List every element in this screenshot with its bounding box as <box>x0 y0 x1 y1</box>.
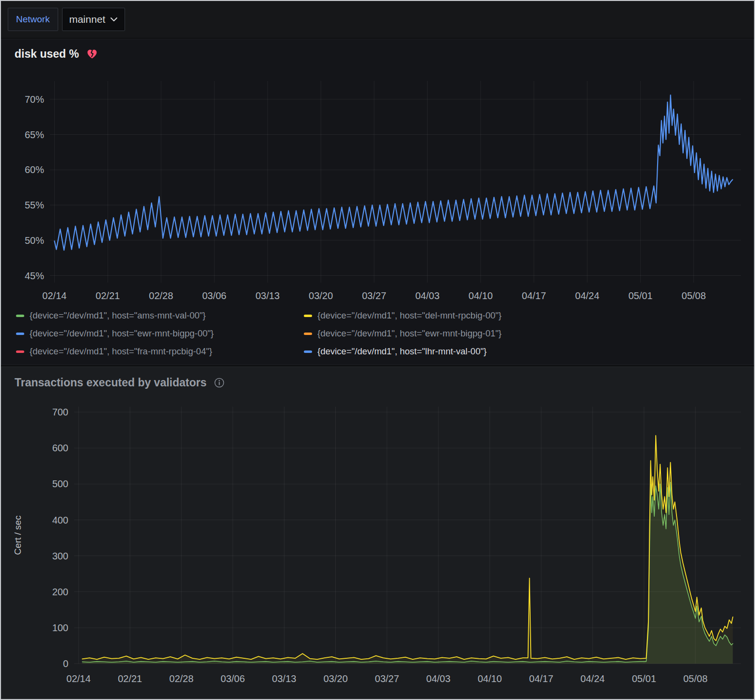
legend-item-lhr-mnt-val-00[interactable]: {device="/dev/md1", host="lhr-mnt-val-00… <box>304 346 749 357</box>
svg-text:04/10: 04/10 <box>469 290 493 301</box>
svg-text:500: 500 <box>52 478 68 489</box>
variables-bar: Network mainnet <box>1 1 754 38</box>
legend-item-ams-mnt-val-00[interactable]: {device="/dev/md1", host="ams-mnt-val-00… <box>16 310 304 321</box>
svg-text:05/08: 05/08 <box>683 673 708 684</box>
svg-text:03/13: 03/13 <box>272 673 296 684</box>
legend-label: {device="/dev/md1", host="lhr-mnt-val-00… <box>317 346 487 357</box>
legend-item-ewr-mnt-bigpg-00[interactable]: {device="/dev/md1", host="ewr-mnt-bigpg-… <box>16 328 304 339</box>
svg-text:55%: 55% <box>25 200 44 210</box>
legend-item-del-mnt-rpcbig-00[interactable]: {device="/dev/md1", host="del-mnt-rpcbig… <box>304 310 749 321</box>
svg-text:02/14: 02/14 <box>66 673 91 684</box>
series-color-swatch <box>16 315 24 317</box>
svg-text:04/17: 04/17 <box>522 290 546 301</box>
svg-text:05/08: 05/08 <box>682 290 706 301</box>
svg-text:60%: 60% <box>25 164 44 175</box>
svg-text:04/10: 04/10 <box>478 673 502 684</box>
svg-text:03/06: 03/06 <box>220 673 245 684</box>
svg-text:02/21: 02/21 <box>95 290 120 301</box>
svg-text:100: 100 <box>52 622 68 633</box>
svg-text:03/20: 03/20 <box>309 290 333 301</box>
dashboard-page: Network mainnet disk used % 45%50%55%60%… <box>0 0 755 700</box>
svg-text:02/28: 02/28 <box>169 673 193 684</box>
svg-text:Cert / sec: Cert / sec <box>13 515 23 555</box>
disk-used-chart[interactable]: 45%50%55%60%65%70%02/1402/2102/2803/0603… <box>1 64 755 308</box>
panel-disk-header: disk used % <box>1 44 754 64</box>
panel-transactions: Transactions executed by validators 0100… <box>1 366 754 699</box>
transactions-chart[interactable]: 010020030040050060070002/1402/2102/2803/… <box>1 392 755 689</box>
svg-text:04/17: 04/17 <box>529 673 553 684</box>
svg-text:04/03: 04/03 <box>426 673 451 684</box>
panel-disk-title[interactable]: disk used % <box>15 48 79 61</box>
series-color-swatch <box>16 333 24 335</box>
svg-text:04/24: 04/24 <box>575 290 599 301</box>
legend-label: {device="/dev/md1", host="ewr-mnt-bigpg-… <box>30 328 214 339</box>
svg-text:03/27: 03/27 <box>362 290 386 301</box>
legend-label: {device="/dev/md1", host="del-mnt-rpcbig… <box>317 310 502 321</box>
disk-chart-legend: {device="/dev/md1", host="ams-mnt-val-00… <box>1 308 754 365</box>
svg-text:02/21: 02/21 <box>118 673 142 684</box>
network-variable-dropdown[interactable]: mainnet <box>62 8 126 31</box>
svg-text:03/06: 03/06 <box>202 290 226 301</box>
svg-text:02/14: 02/14 <box>42 290 66 301</box>
svg-text:04/24: 04/24 <box>581 673 605 684</box>
network-variable-label: Network <box>8 8 58 31</box>
series-color-swatch <box>304 333 312 335</box>
svg-text:04/03: 04/03 <box>415 290 440 301</box>
svg-text:300: 300 <box>52 551 68 561</box>
svg-text:45%: 45% <box>25 270 44 281</box>
svg-text:400: 400 <box>52 515 68 525</box>
panel-disk-used: disk used % 45%50%55%60%65%70%02/1402/21… <box>1 39 754 365</box>
svg-text:05/01: 05/01 <box>629 290 653 301</box>
svg-text:200: 200 <box>52 587 68 597</box>
series-color-swatch <box>304 350 312 353</box>
svg-text:03/13: 03/13 <box>255 290 280 301</box>
svg-text:05/01: 05/01 <box>632 673 656 684</box>
info-circle-icon[interactable] <box>214 377 225 388</box>
legend-label: {device="/dev/md1", host="ams-mnt-val-00… <box>30 310 206 321</box>
legend-label: {device="/dev/md1", host="fra-mnt-rpcbig… <box>30 346 212 357</box>
network-variable-value: mainnet <box>69 14 106 25</box>
svg-text:50%: 50% <box>25 235 44 246</box>
panel-transactions-title[interactable]: Transactions executed by validators <box>15 376 206 389</box>
svg-text:03/27: 03/27 <box>375 673 399 684</box>
legend-label: {device="/dev/md1", host="ewr-mnt-bigpg-… <box>317 328 502 339</box>
svg-text:0: 0 <box>63 658 68 669</box>
svg-text:02/28: 02/28 <box>149 290 173 301</box>
legend-item-ewr-mnt-bigpg-01[interactable]: {device="/dev/md1", host="ewr-mnt-bigpg-… <box>304 328 749 339</box>
svg-text:03/20: 03/20 <box>323 673 347 684</box>
series-color-swatch <box>304 315 312 317</box>
legend-item-fra-mnt-rpcbig-04[interactable]: {device="/dev/md1", host="fra-mnt-rpcbig… <box>16 346 304 357</box>
panel-transactions-header: Transactions executed by validators <box>1 373 754 392</box>
svg-text:700: 700 <box>52 407 68 417</box>
svg-text:70%: 70% <box>25 94 44 105</box>
alert-broken-heart-icon <box>86 48 98 59</box>
series-color-swatch <box>16 350 24 353</box>
chevron-down-icon <box>110 17 118 22</box>
svg-text:600: 600 <box>52 443 68 453</box>
svg-text:65%: 65% <box>25 129 44 140</box>
